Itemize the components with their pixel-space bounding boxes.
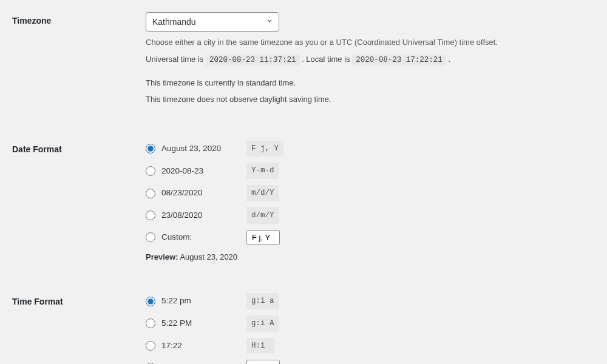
date-label-3: 23/08/2020: [161, 209, 240, 221]
date-custom-label: Custom:: [161, 231, 240, 243]
timezone-times: Universal time is 2020-08-23 11:37:21 . …: [146, 53, 595, 66]
time-label-2: 17:22: [161, 340, 240, 352]
local-prefix: . Local time is: [302, 55, 352, 64]
date-option-0: August 23, 2020 F j, Y: [146, 141, 595, 157]
date-custom-input[interactable]: [246, 230, 280, 245]
date-option-custom: Custom:: [146, 230, 595, 245]
timezone-help: Choose either a city in the same timezon…: [146, 36, 595, 49]
date-label-2: 08/23/2020: [161, 187, 240, 199]
time-radio-1[interactable]: [146, 318, 155, 328]
time-radio-0[interactable]: [146, 297, 155, 306]
label-time-format: Time Format: [12, 293, 146, 364]
divider: [12, 123, 595, 141]
date-option-2: 08/23/2020 m/d/Y: [146, 185, 595, 201]
date-option-3: 23/08/2020 d/m/Y: [146, 207, 595, 224]
time-suffix: .: [448, 55, 450, 64]
date-preview-label: Preview:: [146, 252, 178, 261]
content-time-format: 5:22 pm g:i a 5:22 PM g:i A 17:22 H:i Cu…: [146, 293, 595, 364]
date-fmt-1: Y-m-d: [246, 163, 279, 179]
date-radio-1[interactable]: [146, 166, 155, 176]
time-custom-input[interactable]: [246, 360, 280, 364]
time-option-custom: Custom:: [146, 360, 595, 364]
time-fmt-2: H:i: [246, 338, 274, 354]
timezone-select-wrap: Kathmandu: [146, 12, 279, 32]
content-date-format: August 23, 2020 F j, Y 2020-08-23 Y-m-d …: [146, 141, 595, 263]
content-timezone: Kathmandu Choose either a city in the sa…: [146, 12, 595, 110]
row-date-format: Date Format August 23, 2020 F j, Y 2020-…: [12, 141, 595, 263]
date-radio-2[interactable]: [146, 189, 155, 198]
time-label-1: 5:22 PM: [161, 317, 240, 329]
date-fmt-0: F j, Y: [246, 141, 283, 157]
local-time: 2020-08-23 17:22:21: [352, 55, 446, 66]
time-option-0: 5:22 pm g:i a: [146, 293, 595, 309]
universal-time: 2020-08-23 11:37:21: [206, 55, 300, 66]
row-timezone: Timezone Kathmandu Choose either a city …: [12, 12, 595, 110]
time-option-1: 5:22 PM g:i A: [146, 315, 595, 332]
label-timezone: Timezone: [12, 12, 146, 110]
date-radio-custom[interactable]: [146, 232, 155, 242]
time-fmt-1: g:i A: [246, 315, 279, 332]
date-option-1: 2020-08-23 Y-m-d: [146, 163, 595, 179]
time-label-0: 5:22 pm: [161, 295, 240, 307]
time-radio-2[interactable]: [146, 341, 155, 351]
date-radio-0[interactable]: [146, 144, 155, 153]
time-option-2: 17:22 H:i: [146, 338, 595, 354]
label-date-format: Date Format: [12, 141, 146, 263]
date-label-0: August 23, 2020: [161, 143, 240, 155]
general-settings-form: Timezone Kathmandu Choose either a city …: [12, 12, 595, 364]
time-custom-label: Custom:: [161, 362, 240, 364]
date-preview: Preview: August 23, 2020: [146, 251, 595, 263]
date-fmt-2: m/d/Y: [246, 185, 279, 201]
universal-prefix: Universal time is: [146, 55, 206, 64]
timezone-standard-note: This timezone is currently in standard t…: [146, 77, 595, 89]
divider: [12, 275, 595, 293]
row-time-format: Time Format 5:22 pm g:i a 5:22 PM g:i A …: [12, 293, 595, 364]
timezone-select[interactable]: Kathmandu: [146, 12, 279, 32]
date-preview-value: August 23, 2020: [180, 252, 237, 261]
date-label-1: 2020-08-23: [161, 165, 240, 177]
date-radio-3[interactable]: [146, 211, 155, 220]
time-fmt-0: g:i a: [246, 293, 279, 309]
timezone-dst-note: This timezone does not observe daylight …: [146, 93, 595, 106]
date-fmt-3: d/m/Y: [246, 207, 279, 224]
